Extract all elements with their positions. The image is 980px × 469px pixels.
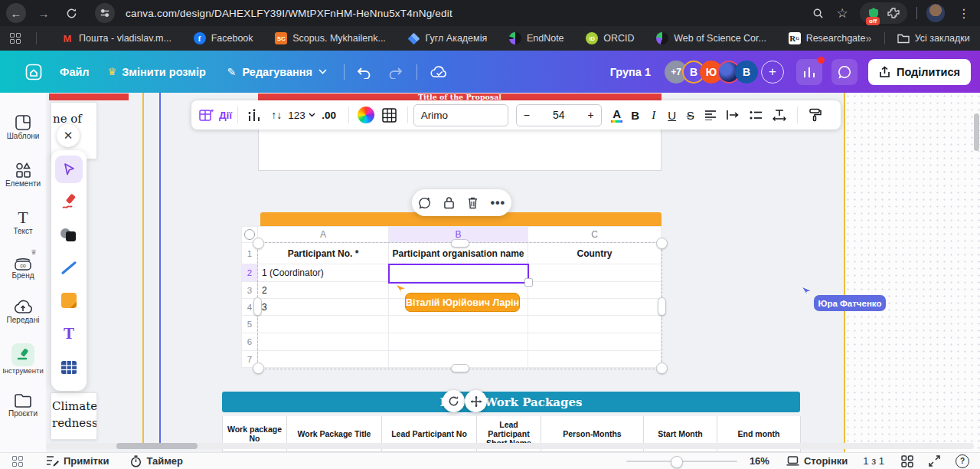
timer-button[interactable]: Таймер — [130, 455, 183, 467]
format-painter-button[interactable] — [803, 108, 826, 122]
rotate-handle[interactable] — [443, 390, 465, 412]
menu-file[interactable]: Файл — [60, 66, 90, 78]
delete-button[interactable] — [467, 196, 479, 209]
doc-title-bar-left-fragment[interactable] — [49, 93, 129, 100]
browser-profile-avatar[interactable] — [926, 4, 945, 22]
table-cell[interactable]: 1 (Coordinator) — [258, 264, 389, 282]
notes-button[interactable]: Примітки — [46, 455, 109, 467]
bookmark-star-icon[interactable]: ☆ — [832, 3, 852, 23]
table-borders-button[interactable] — [377, 108, 402, 123]
alignment-button[interactable] — [700, 110, 721, 120]
bold-button[interactable]: B — [626, 109, 645, 122]
reload-icon[interactable] — [61, 3, 81, 23]
table-cell[interactable] — [258, 333, 389, 351]
row-number[interactable]: 6 — [241, 333, 258, 351]
close-panel-button[interactable]: ✕ — [57, 124, 80, 147]
add-comment-button[interactable] — [418, 196, 432, 210]
more-options-button[interactable]: ••• — [490, 196, 505, 210]
home-button[interactable] — [24, 63, 43, 81]
grid-view-icon[interactable] — [12, 456, 23, 467]
undo-button[interactable] — [357, 65, 372, 79]
canvas-workspace[interactable]: Title of the Proposal A B C 1 Participan… — [0, 93, 980, 452]
font-size-value[interactable]: 54 — [553, 109, 565, 121]
table-cell[interactable] — [528, 282, 662, 299]
font-size-decrease[interactable]: − — [524, 109, 530, 121]
table-cell[interactable]: Participant No. * — [258, 243, 389, 264]
move-handle[interactable] — [465, 390, 487, 412]
fullscreen-button[interactable] — [929, 455, 940, 467]
horizontal-scrollbar-thumb[interactable] — [116, 443, 198, 449]
bookmark-web-of-science[interactable]: Web of Science Cor... — [656, 32, 766, 44]
grid-pages-button[interactable] — [901, 455, 913, 467]
table-cell[interactable]: Country — [528, 243, 662, 264]
bookmark-scopus[interactable]: SC Scopus. Mykhailenk... — [275, 32, 386, 44]
table-cell[interactable] — [528, 316, 662, 333]
font-size-increase[interactable]: + — [588, 109, 594, 121]
sidebar-item-text[interactable]: T Текст — [0, 208, 46, 235]
table-cell[interactable] — [389, 316, 528, 333]
table-cell[interactable] — [528, 264, 662, 282]
text-direction-button[interactable] — [721, 110, 744, 120]
table-cell[interactable] — [258, 351, 389, 368]
table-actions-button[interactable]: Дії — [199, 108, 232, 122]
text-tool[interactable]: T — [57, 322, 80, 345]
select-tool[interactable] — [55, 156, 83, 183]
avatar-v2[interactable]: В — [735, 61, 758, 84]
column-header-c[interactable]: C — [528, 226, 662, 243]
climate-doc-card[interactable]: Climate redness — [51, 392, 97, 440]
share-button[interactable]: Поділитися — [868, 59, 971, 85]
browser-menu-icon[interactable]: ⋮ — [954, 3, 974, 23]
extension-pill[interactable]: off — [860, 2, 907, 24]
line-tool[interactable] — [57, 256, 80, 279]
url-field[interactable]: canva.com/design/DAHEXLFY39I/WMtPXFnHM-H… — [126, 8, 452, 19]
all-bookmarks-button[interactable]: Усі закладки — [897, 33, 970, 44]
redo-button[interactable] — [387, 65, 403, 79]
chart-format-button[interactable] — [243, 109, 265, 122]
menu-resize[interactable]: ♛ Змінити розмір — [108, 66, 206, 78]
back-icon[interactable]: ← — [6, 3, 26, 23]
site-info-icon[interactable] — [95, 3, 115, 23]
bookmark-endnote[interactable]: EndNote — [509, 32, 564, 44]
menu-editing[interactable]: ✎ Редагування — [227, 66, 327, 78]
selection-handle-bottom-right[interactable] — [656, 362, 668, 374]
active-cell-handle[interactable] — [524, 278, 533, 287]
lock-button[interactable] — [443, 196, 455, 209]
sidebar-item-tools[interactable]: Інструменти — [0, 343, 46, 375]
bookmark-google-scholar[interactable]: Гугл Академія — [408, 32, 488, 44]
wp-title-bar[interactable]: List of Work Packages — [222, 392, 800, 412]
strikethrough-button[interactable]: S — [681, 109, 700, 122]
column-header-a[interactable]: A — [258, 226, 389, 243]
text-color-button[interactable]: A — [608, 108, 626, 123]
vertical-scrollbar-thumb[interactable] — [974, 113, 979, 151]
sidebar-item-uploads[interactable]: Передані — [0, 299, 46, 324]
italic-button[interactable]: I — [645, 109, 663, 122]
selection-handle-left[interactable] — [253, 297, 262, 316]
selection-handle-top-left[interactable] — [253, 238, 264, 249]
bookmarks-overflow-icon[interactable]: » — [865, 32, 871, 44]
sidebar-item-templates[interactable]: Шаблони — [0, 113, 46, 140]
table-cell[interactable] — [389, 333, 528, 351]
row-number[interactable]: 5 — [241, 316, 258, 333]
bookmark-researchgate[interactable]: RG Researchgate — [789, 32, 866, 44]
insights-button[interactable] — [796, 59, 822, 85]
selection-handle-top[interactable] — [451, 239, 469, 248]
sidebar-item-elements[interactable]: Елементи — [0, 161, 46, 188]
underline-button[interactable]: U — [663, 109, 681, 122]
bookmark-orcid[interactable]: iD ORCID — [586, 32, 634, 44]
table-cell-selected[interactable] — [389, 264, 528, 282]
pages-button[interactable]: Сторінки — [786, 455, 848, 467]
table-cell[interactable] — [528, 333, 662, 351]
table-cell[interactable] — [528, 351, 662, 368]
zoom-slider-thumb[interactable] — [671, 456, 683, 468]
comments-button[interactable] — [831, 59, 858, 85]
selection-handle-bottom-left[interactable] — [253, 362, 264, 374]
decimals-button[interactable]: .00 — [315, 110, 343, 121]
shapes-tool[interactable] — [57, 223, 80, 246]
color-picker-button[interactable] — [354, 107, 377, 123]
selection-handle-bottom[interactable] — [451, 364, 469, 372]
add-collaborator-button[interactable]: + — [761, 61, 784, 84]
cloud-saved-icon[interactable] — [430, 64, 449, 80]
sidebar-item-projects[interactable]: Проєкти — [0, 392, 46, 418]
table-cell[interactable]: 3 — [258, 299, 389, 316]
bullet-list-button[interactable] — [744, 110, 767, 120]
